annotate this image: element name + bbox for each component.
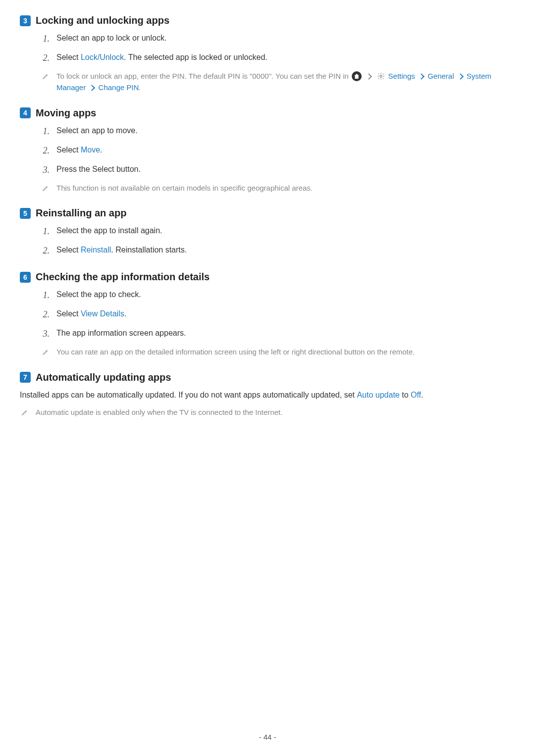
step-number: 2. <box>41 144 50 157</box>
badge-number: 4 <box>20 107 31 118</box>
step-text: The app information screen appears. <box>56 327 515 339</box>
text-prefix: Select <box>56 246 81 254</box>
step-number: 2. <box>41 308 50 321</box>
chevron-icon <box>418 73 425 80</box>
heading-text: Locking and unlocking apps <box>36 15 169 26</box>
text-suffix: . Reinstallation starts. <box>111 246 187 254</box>
step-number: 1. <box>41 289 50 302</box>
section-heading: 3 Locking and unlocking apps <box>20 15 515 26</box>
section-heading: 7 Automatically updating apps <box>20 372 515 383</box>
step-text: Select Move. <box>56 144 515 156</box>
link-settings[interactable]: Settings <box>388 72 415 80</box>
home-icon <box>352 71 362 81</box>
note-text: This function is not available on certai… <box>56 183 515 194</box>
body-paragraph: Installed apps can be automatically upda… <box>20 389 515 401</box>
step-number: 1. <box>41 225 50 238</box>
heading-text: Automatically updating apps <box>36 372 171 383</box>
step-number: 3. <box>41 163 50 177</box>
step-text: Select Lock/Unlock. The selected app is … <box>56 51 515 63</box>
note-row: Automatic update is enabled only when th… <box>20 407 515 418</box>
list-item: 2. Select Move. <box>41 144 515 157</box>
heading-text: Checking the app information details <box>36 271 210 283</box>
list-item: 3. The app information screen appears. <box>41 327 515 341</box>
para-mid: to <box>400 391 411 399</box>
text-suffix: . <box>100 146 102 154</box>
text-suffix: . The selected app is locked or unlocked… <box>124 53 268 61</box>
badge-number: 3 <box>20 15 31 26</box>
pencil-icon <box>42 348 50 356</box>
note-prefix: To lock or unlock an app, enter the PIN.… <box>56 72 351 80</box>
note-row: You can rate an app on the detailed info… <box>20 347 515 358</box>
link-lock-unlock[interactable]: Lock/Unlock <box>81 53 124 61</box>
chevron-icon <box>457 73 464 80</box>
heading-text: Moving apps <box>36 107 96 119</box>
step-number: 1. <box>41 125 50 138</box>
section-moving: 4 Moving apps 1. Select an app to move. … <box>20 107 515 194</box>
step-text: Select an app to lock or unlock. <box>56 32 515 44</box>
heading-text: Reinstalling an app <box>36 207 126 219</box>
step-number: 2. <box>41 244 50 257</box>
text-prefix: Select <box>56 309 81 318</box>
page-number: - 44 - <box>0 733 535 741</box>
para-prefix: Installed apps can be automatically upda… <box>20 391 357 399</box>
step-text: Select the app to check. <box>56 289 515 301</box>
list-item: 2. Select View Details. <box>41 308 515 321</box>
pencil-icon <box>42 184 50 192</box>
badge-number: 7 <box>20 372 31 383</box>
chevron-icon <box>89 85 96 91</box>
note-row: To lock or unlock an app, enter the PIN.… <box>20 71 515 94</box>
list-item: 1. Select the app to install again. <box>41 225 515 238</box>
list-item: 1. Select an app to lock or unlock. <box>41 32 515 46</box>
section-heading: 5 Reinstalling an app <box>20 207 515 219</box>
para-suffix: . <box>421 391 423 399</box>
link-change-pin[interactable]: Change PIN <box>99 83 139 92</box>
section-reinstalling: 5 Reinstalling an app 1. Select the app … <box>20 207 515 257</box>
link-auto-update[interactable]: Auto update <box>357 391 399 399</box>
list-item: 3. Press the Select button. <box>41 163 515 177</box>
note-text: Automatic update is enabled only when th… <box>36 407 515 418</box>
section-heading: 6 Checking the app information details <box>20 271 515 283</box>
step-number: 1. <box>41 32 50 46</box>
step-number: 3. <box>41 327 50 341</box>
section-heading: 4 Moving apps <box>20 107 515 119</box>
text-suffix: . <box>124 309 126 318</box>
gear-icon <box>377 72 385 80</box>
section-app-info: 6 Checking the app information details 1… <box>20 271 515 358</box>
list-item: 1. Select an app to move. <box>41 125 515 138</box>
svg-point-0 <box>380 75 382 77</box>
link-view-details[interactable]: View Details <box>81 309 124 318</box>
section-locking: 3 Locking and unlocking apps 1. Select a… <box>20 15 515 94</box>
note-text: You can rate an app on the detailed info… <box>56 347 515 358</box>
link-reinstall[interactable]: Reinstall <box>81 246 111 254</box>
list-item: 2. Select Lock/Unlock. The selected app … <box>41 51 515 65</box>
step-text: Press the Select button. <box>56 163 515 175</box>
badge-number: 5 <box>20 208 31 219</box>
list-item: 2. Select Reinstall. Reinstallation star… <box>41 244 515 257</box>
text-prefix: Select <box>56 53 81 61</box>
note-period: . <box>139 83 141 92</box>
link-general[interactable]: General <box>428 72 454 80</box>
section-auto-update: 7 Automatically updating apps Installed … <box>20 372 515 418</box>
step-text: Select the app to install again. <box>56 225 515 237</box>
note-row: This function is not available on certai… <box>20 183 515 194</box>
text-prefix: Select <box>56 146 81 154</box>
step-number: 2. <box>41 51 50 65</box>
link-off[interactable]: Off <box>411 391 421 399</box>
pencil-icon <box>42 72 50 80</box>
chevron-icon <box>366 73 372 80</box>
pencil-icon <box>21 408 29 416</box>
step-text: Select View Details. <box>56 308 515 320</box>
badge-number: 6 <box>20 272 31 283</box>
step-text: Select an app to move. <box>56 125 515 137</box>
note-text: To lock or unlock an app, enter the PIN.… <box>56 71 515 94</box>
link-move[interactable]: Move <box>81 146 100 154</box>
list-item: 1. Select the app to check. <box>41 289 515 302</box>
step-text: Select Reinstall. Reinstallation starts. <box>56 244 515 256</box>
